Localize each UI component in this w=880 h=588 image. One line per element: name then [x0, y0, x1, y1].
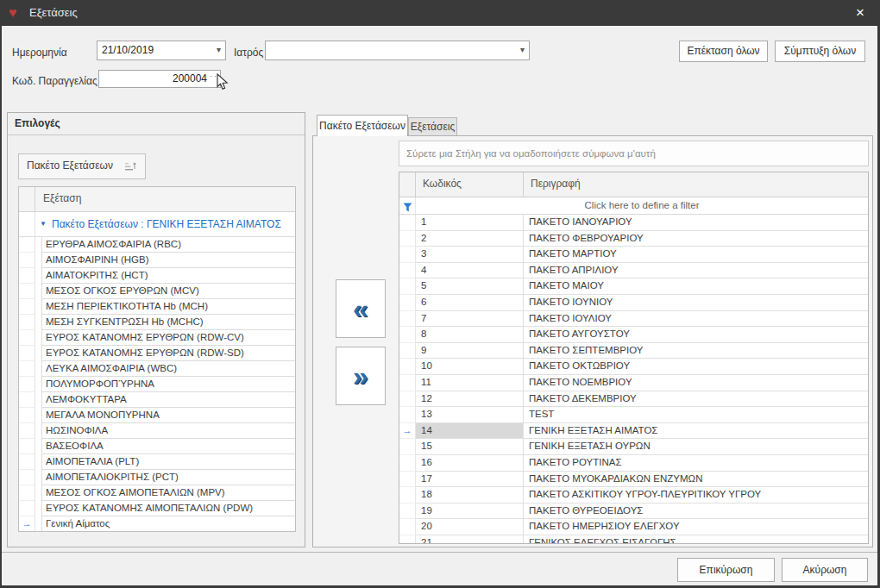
exam-row[interactable]: ΕΥΡΟΣ ΚΑΤΑΝΟΜΗΣ ΕΡΥΘΡΩΝ (RDW-CV)	[19, 330, 295, 346]
filter-row[interactable]: Click here to define a filter	[399, 197, 868, 215]
package-code-cell[interactable]: 2	[416, 231, 524, 247]
exam-row[interactable]: ΒΑΣΕΟΦΙΛΑ	[19, 439, 295, 454]
move-selected-right-button[interactable]: »	[336, 347, 386, 405]
exam-name-cell[interactable]: ΑΙΜΟΠΕΤΑΛΙΟΚΡΙΤΗΣ (PCT)	[41, 470, 295, 485]
tab-exam-packages[interactable]: Πακέτο Εξετάσεων	[317, 115, 408, 136]
code-column-header[interactable]: Κωδικός	[416, 172, 524, 197]
package-code-cell[interactable]: 7	[416, 311, 524, 328]
package-row[interactable]: 18ΠΑΚΕΤΟ ΑΣΚΙΤΙΚΟΥ ΥΓΡΟΥ-ΠΛΕΥΡΙΤΙΚΟΥ ΥΓΡ…	[399, 487, 868, 504]
exam-name-cell[interactable]: ΛΕΥΚΑ ΑΙΜΟΣΦΑΙΡΙΑ (WBC)	[41, 361, 295, 377]
exam-column-header[interactable]: Εξέταση	[35, 187, 295, 211]
package-row[interactable]: 5ΠΑΚΕΤΟ ΜΑΙΟΥ	[399, 278, 868, 295]
package-description-cell[interactable]: ΠΑΚΕΤΟ ΘΥΡΕΟΕΙΔΟΥΣ	[524, 504, 868, 520]
package-code-cell[interactable]: 10	[416, 359, 524, 375]
grouped-column-chip[interactable]: Πακέτο Εξετάσεων	[18, 153, 146, 179]
description-column-header[interactable]: Περιγραφή	[524, 172, 868, 197]
package-description-cell[interactable]: ΠΑΚΕΤΟ ΙΟΥΛΙΟΥ	[524, 311, 868, 328]
collapse-triangle-icon[interactable]: ▼	[40, 220, 47, 228]
exam-name-cell[interactable]: ΜΕΣΗ ΠΕΡΙΕΚΤΙΚΟΤΗΤΑ Hb (MCH)	[41, 299, 295, 315]
package-row[interactable]: 19ΠΑΚΕΤΟ ΘΥΡΕΟΕΙΔΟΥΣ	[399, 504, 868, 520]
package-row[interactable]: 11ΠΑΚΕΤΟ ΝΟΕΜΒΡΙΟΥ	[399, 375, 868, 391]
close-icon[interactable]: ×	[851, 3, 870, 23]
package-row[interactable]: 7ΠΑΚΕΤΟ ΙΟΥΛΙΟΥ	[399, 311, 868, 328]
package-row[interactable]: 17ΠΑΚΕΤΟ ΜΥΟΚΑΡΔΙΑΚΩΝ ΕΝΖΥΜΩΝ	[399, 472, 868, 488]
package-code-cell[interactable]: 17	[416, 472, 524, 488]
package-description-cell[interactable]: ΠΑΚΕΤΟ ΜΑΙΟΥ	[524, 278, 868, 295]
package-description-cell[interactable]: ΠΑΚΕΤΟ ΟΚΤΩΒΡΙΟΥ	[524, 359, 868, 375]
package-description-cell[interactable]: ΠΑΚΕΤΟ ΜΥΟΚΑΡΔΙΑΚΩΝ ΕΝΖΥΜΩΝ	[524, 472, 868, 488]
package-code-cell[interactable]: 19	[416, 504, 524, 520]
exam-row[interactable]: ΛΕΥΚΑ ΑΙΜΟΣΦΑΙΡΙΑ (WBC)	[19, 361, 295, 377]
package-description-cell[interactable]: ΠΑΚΕΤΟ ΙΟΥΝΙΟΥ	[524, 295, 868, 311]
package-row[interactable]: 16ΠΑΚΕΤΟ ΡΟΥΤΙΝΑΣ	[399, 455, 868, 472]
group-by-hint-bar[interactable]: Σύρετε μια Στήλη για να ομαδοποιήσετε σύ…	[399, 141, 869, 166]
package-code-cell[interactable]: 12	[416, 391, 524, 408]
package-code-cell[interactable]: 15	[416, 439, 524, 455]
package-code-cell[interactable]: 21	[416, 535, 524, 544]
expand-all-button[interactable]: Επέκταση όλων	[679, 41, 768, 62]
exam-name-cell[interactable]: ΛΕΜΦΟΚΥΤΤΑΡΑ	[41, 392, 295, 408]
package-code-cell[interactable]: 9	[416, 343, 524, 360]
package-row[interactable]: 21ΓΕΝΙΚΟΣ ΕΛΕΓΧΟΣ ΕΙΣΑΓΩΓΗΣ	[399, 535, 868, 544]
exam-row[interactable]: ΜΕΣΗ ΣΥΓΚΕΝΤΡΩΣΗ Hb (MCHC)	[19, 315, 295, 330]
package-row[interactable]: →14ΓΕΝΙΚΗ ΕΞΕΤΑΣΗ ΑΙΜΑΤΟΣ	[399, 423, 868, 440]
exam-name-cell[interactable]: ΠΟΛΥΜΟΡΦΟΠΎΡΗΝΑ	[41, 377, 295, 392]
package-description-cell[interactable]: ΠΑΚΕΤΟ ΝΟΕΜΒΡΙΟΥ	[524, 375, 868, 391]
package-row[interactable]: 3ΠΑΚΕΤΟ ΜΑΡΤΙΟΥ	[399, 247, 868, 263]
exam-row[interactable]: ΕΡΥΘΡΑ ΑΙΜΟΣΦΑΙΡΙΑ (RBC)	[19, 237, 295, 253]
exam-row[interactable]: ΜΕΓΑΛΑ ΜΟΝΟΠΥΡΗΝΑ	[19, 408, 295, 423]
package-description-cell[interactable]: ΠΑΚΕΤΟ ΑΠΡΙΛΙΟΥ	[524, 263, 868, 279]
package-description-cell[interactable]: ΠΑΚΕΤΟ ΔΕΚΕΜΒΡΙΟΥ	[524, 391, 868, 408]
package-description-cell[interactable]: ΓΕΝΙΚΟΣ ΕΛΕΓΧΟΣ ΕΙΣΑΓΩΓΗΣ	[524, 535, 868, 544]
package-row[interactable]: 4ΠΑΚΕΤΟ ΑΠΡΙΛΙΟΥ	[399, 263, 868, 279]
filter-funnel-icon[interactable]	[403, 203, 412, 212]
package-code-cell[interactable]: 11	[416, 375, 524, 391]
chevron-down-icon[interactable]: ▾	[520, 45, 525, 54]
package-description-cell[interactable]: ΠΑΚΕΤΟ ΦΕΒΡΟΥΑΡΙΟΥ	[524, 231, 868, 247]
package-code-cell[interactable]: 4	[416, 263, 524, 279]
package-description-cell[interactable]: ΓΕΝΙΚΗ ΕΞΕΤΑΣΗ ΟΥΡΩΝ	[524, 439, 868, 455]
package-row[interactable]: 12ΠΑΚΕΤΟ ΔΕΚΕΜΒΡΙΟΥ	[399, 391, 868, 408]
package-code-cell[interactable]: 3	[416, 247, 524, 263]
exam-name-cell[interactable]: ΕΡΥΘΡΑ ΑΙΜΟΣΦΑΙΡΙΑ (RBC)	[41, 237, 295, 253]
package-description-cell[interactable]: ΠΑΚΕΤΟ ΑΥΓΟΥΣΤΟΥ	[524, 327, 868, 343]
exam-name-cell[interactable]: Γενική Αίματος	[41, 516, 295, 532]
exam-row[interactable]: ΗΩΣΙΝΟΦΙΛΑ	[19, 423, 295, 439]
package-description-cell[interactable]: ΠΑΚΕΤΟ ΑΣΚΙΤΙΚΟΥ ΥΓΡΟΥ-ΠΛΕΥΡΙΤΙΚΟΥ ΥΓΡΟΥ	[524, 487, 868, 504]
package-code-cell[interactable]: 18	[416, 487, 524, 504]
tab-exams[interactable]: Εξετάσεις	[408, 117, 457, 136]
exam-row[interactable]: ΕΥΡΟΣ ΚΑΤΑΝΟΜΗΣ ΑΙΜΟΠΕΤΑΛΙΩΝ (PDW)	[19, 501, 295, 516]
date-combobox[interactable]: 21/10/2019 ▾	[97, 41, 226, 60]
package-description-cell[interactable]: ΠΑΚΕΤΟ ΣΕΠΤΕΜΒΡΙΟΥ	[524, 343, 868, 360]
exam-name-cell[interactable]: ΜΕΣΗ ΣΥΓΚΕΝΤΡΩΣΗ Hb (MCHC)	[41, 315, 295, 330]
package-row[interactable]: 2ΠΑΚΕΤΟ ΦΕΒΡΟΥΑΡΙΟΥ	[399, 231, 868, 247]
exam-row[interactable]: ΑΙΜΟΠΕΤΑΛΙΑ (PLT)	[19, 454, 295, 470]
exam-name-cell[interactable]: ΑΙΜΑΤΟΚΡΙΤΗΣ (HCT)	[41, 268, 295, 284]
order-code-field[interactable]: 200004 ··	[98, 70, 221, 88]
exam-row[interactable]: ΜΕΣΗ ΠΕΡΙΕΚΤΙΚΟΤΗΤΑ Hb (MCH)	[19, 299, 295, 315]
package-code-cell[interactable]: 6	[416, 295, 524, 311]
package-code-cell[interactable]: 8	[416, 327, 524, 343]
package-row[interactable]: 8ΠΑΚΕΤΟ ΑΥΓΟΥΣΤΟΥ	[399, 327, 868, 343]
exam-name-cell[interactable]: ΕΥΡΟΣ ΚΑΤΑΝΟΜΗΣ ΕΡΥΘΡΩΝ (RDW-SD)	[41, 346, 295, 361]
package-description-cell[interactable]: ΠΑΚΕΤΟ ΙΑΝΟΥΑΡΙΟΥ	[524, 215, 868, 231]
package-description-cell[interactable]: ΓΕΝΙΚΗ ΕΞΕΤΑΣΗ ΑΙΜΑΤΟΣ	[524, 423, 868, 440]
exam-row[interactable]: ΑΙΜΑΤΟΚΡΙΤΗΣ (HCT)	[19, 268, 295, 284]
package-row[interactable]: 13TEST	[399, 407, 868, 423]
exam-row[interactable]: ΜΕΣΟΣ ΟΓΚΟΣ ΑΙΜΟΠΕΤΑΛΙΩΝ (MPV)	[19, 485, 295, 501]
package-row[interactable]: 9ΠΑΚΕΤΟ ΣΕΠΤΕΜΒΡΙΟΥ	[399, 343, 868, 360]
exam-name-cell[interactable]: ΜΕΣΟΣ ΟΓΚΟΣ ΑΙΜΟΠΕΤΑΛΙΩΝ (MPV)	[41, 485, 295, 501]
exam-name-cell[interactable]: ΗΩΣΙΝΟΦΙΛΑ	[41, 423, 295, 439]
exam-row[interactable]: ΠΟΛΥΜΟΡΦΟΠΎΡΗΝΑ	[19, 377, 295, 392]
package-row[interactable]: 10ΠΑΚΕΤΟ ΟΚΤΩΒΡΙΟΥ	[399, 359, 868, 375]
package-row[interactable]: 20ΠΑΚΕΤΟ ΗΜΕΡΗΣΙΟΥ ΕΛΕΓΧΟΥ	[399, 519, 868, 535]
exam-row[interactable]: ΑΙΜΟΠΕΤΑΛΙΟΚΡΙΤΗΣ (PCT)	[19, 470, 295, 485]
chevron-down-icon[interactable]: ▾	[217, 45, 221, 54]
package-code-cell[interactable]: 5	[416, 278, 524, 295]
package-code-cell[interactable]: 16	[416, 455, 524, 472]
package-code-cell[interactable]: 14	[416, 423, 524, 440]
exam-name-cell[interactable]: ΑΙΜΟΣΦΑΙΡΙΝΗ (HGB)	[41, 253, 295, 268]
exam-name-cell[interactable]: ΑΙΜΟΠΕΤΑΛΙΑ (PLT)	[41, 454, 295, 470]
package-row[interactable]: 1ΠΑΚΕΤΟ ΙΑΝΟΥΑΡΙΟΥ	[399, 215, 868, 231]
package-description-cell[interactable]: ΠΑΚΕΤΟ ΗΜΕΡΗΣΙΟΥ ΕΛΕΓΧΟΥ	[524, 519, 868, 535]
